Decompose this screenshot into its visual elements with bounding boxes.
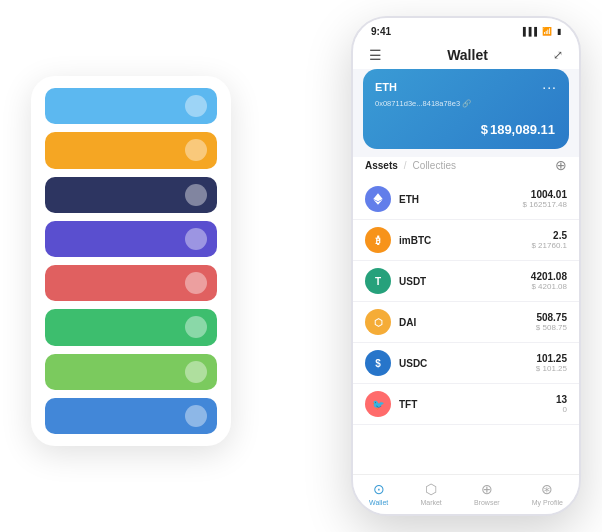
- imbtc-icon: ₿: [365, 227, 391, 253]
- status-bar: 9:41 ▐▐▐ 📶 ▮: [353, 18, 579, 41]
- eth-card-address: 0x08711d3e...8418a78e3 🔗: [375, 99, 557, 108]
- bg-row-1: [45, 88, 217, 124]
- usdc-icon: $: [365, 350, 391, 376]
- asset-item-imbtc[interactable]: ₿ imBTC 2.5 $ 21760.1: [353, 220, 579, 261]
- usdc-amount: 101.25: [536, 353, 567, 364]
- wifi-icon: 📶: [542, 27, 552, 36]
- nav-profile[interactable]: ⊛ My Profile: [532, 481, 563, 506]
- signal-icon: ▐▐▐: [520, 27, 537, 36]
- usdt-amount: 4201.08: [531, 271, 567, 282]
- imbtc-name: imBTC: [399, 235, 531, 246]
- market-nav-icon: ⬡: [425, 481, 437, 497]
- dai-values: 508.75 $ 508.75: [536, 312, 567, 332]
- bg-row-3: [45, 177, 217, 213]
- nav-bar: ☰ Wallet ⤢: [353, 41, 579, 69]
- status-icons: ▐▐▐ 📶 ▮: [520, 27, 561, 36]
- browser-nav-label: Browser: [474, 499, 500, 506]
- nav-wallet[interactable]: ⊙ Wallet: [369, 481, 388, 506]
- eth-usd: $ 162517.48: [523, 200, 568, 209]
- usdc-name: USDC: [399, 358, 536, 369]
- asset-item-eth[interactable]: ETH 1004.01 $ 162517.48: [353, 179, 579, 220]
- assets-header: Assets / Collecties ⊕: [353, 157, 579, 179]
- tab-assets[interactable]: Assets: [365, 160, 398, 171]
- bg-row-5: [45, 265, 217, 301]
- tab-divider: /: [404, 160, 407, 171]
- browser-nav-icon: ⊕: [481, 481, 493, 497]
- bg-row-7: [45, 354, 217, 390]
- profile-nav-label: My Profile: [532, 499, 563, 506]
- bottom-nav: ⊙ Wallet ⬡ Market ⊕ Browser ⊛ My Profile: [353, 474, 579, 514]
- tft-usd: 0: [556, 405, 567, 414]
- tft-values: 13 0: [556, 394, 567, 414]
- bg-row-2: [45, 132, 217, 168]
- dai-amount: 508.75: [536, 312, 567, 323]
- dai-name: DAI: [399, 317, 536, 328]
- expand-icon[interactable]: ⤢: [553, 48, 563, 62]
- tft-name: TFT: [399, 399, 556, 410]
- usdt-values: 4201.08 $ 4201.08: [531, 271, 567, 291]
- tab-collecties[interactable]: Collecties: [413, 160, 456, 171]
- eth-card-title: ETH: [375, 81, 397, 93]
- scene: 9:41 ▐▐▐ 📶 ▮ ☰ Wallet ⤢ ETH ··· 0x08711d…: [21, 16, 581, 516]
- bg-row-4: [45, 221, 217, 257]
- asset-list: ETH 1004.01 $ 162517.48 ₿ imBTC 2.5 $ 21…: [353, 179, 579, 474]
- currency-symbol: $: [481, 122, 488, 137]
- usdc-values: 101.25 $ 101.25: [536, 353, 567, 373]
- eth-amount: 1004.01: [523, 189, 568, 200]
- add-asset-icon[interactable]: ⊕: [555, 157, 567, 173]
- bg-row-8: [45, 398, 217, 434]
- nav-browser[interactable]: ⊕ Browser: [474, 481, 500, 506]
- status-time: 9:41: [371, 26, 391, 37]
- imbtc-usd: $ 21760.1: [531, 241, 567, 250]
- imbtc-values: 2.5 $ 21760.1: [531, 230, 567, 250]
- eth-card-balance: $189,089.11: [375, 116, 557, 139]
- page-title: Wallet: [447, 47, 488, 63]
- tft-amount: 13: [556, 394, 567, 405]
- eth-name: ETH: [399, 194, 523, 205]
- tft-icon: 🐦: [365, 391, 391, 417]
- phone-mockup: 9:41 ▐▐▐ 📶 ▮ ☰ Wallet ⤢ ETH ··· 0x08711d…: [351, 16, 581, 516]
- asset-item-dai[interactable]: ⬡ DAI 508.75 $ 508.75: [353, 302, 579, 343]
- bg-row-6: [45, 309, 217, 345]
- usdt-usd: $ 4201.08: [531, 282, 567, 291]
- dai-icon: ⬡: [365, 309, 391, 335]
- dai-usd: $ 508.75: [536, 323, 567, 332]
- background-card: [31, 76, 231, 446]
- imbtc-amount: 2.5: [531, 230, 567, 241]
- asset-item-usdt[interactable]: T USDT 4201.08 $ 4201.08: [353, 261, 579, 302]
- usdc-usd: $ 101.25: [536, 364, 567, 373]
- asset-item-tft[interactable]: 🐦 TFT 13 0: [353, 384, 579, 425]
- eth-card-header: ETH ···: [375, 79, 557, 95]
- profile-nav-icon: ⊛: [541, 481, 553, 497]
- assets-tabs: Assets / Collecties: [365, 160, 456, 171]
- usdt-name: USDT: [399, 276, 531, 287]
- wallet-nav-icon: ⊙: [373, 481, 385, 497]
- eth-values: 1004.01 $ 162517.48: [523, 189, 568, 209]
- eth-icon: [365, 186, 391, 212]
- balance-value: 189,089.11: [490, 122, 555, 137]
- market-nav-label: Market: [420, 499, 441, 506]
- battery-icon: ▮: [557, 27, 561, 36]
- usdt-icon: T: [365, 268, 391, 294]
- nav-market[interactable]: ⬡ Market: [420, 481, 441, 506]
- asset-item-usdc[interactable]: $ USDC 101.25 $ 101.25: [353, 343, 579, 384]
- menu-icon[interactable]: ☰: [369, 47, 382, 63]
- wallet-nav-label: Wallet: [369, 499, 388, 506]
- eth-card-more[interactable]: ···: [542, 79, 557, 95]
- eth-card[interactable]: ETH ··· 0x08711d3e...8418a78e3 🔗 $189,08…: [363, 69, 569, 149]
- svg-marker-0: [373, 193, 382, 201]
